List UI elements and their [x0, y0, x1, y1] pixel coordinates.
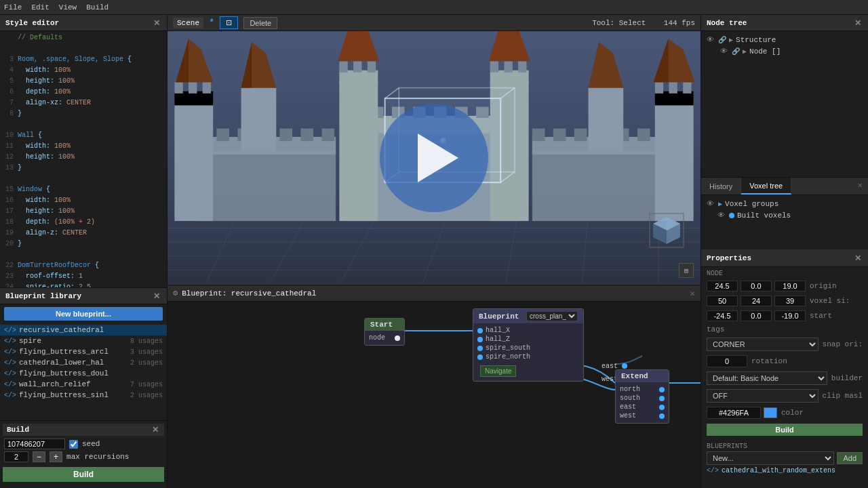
svg-rect-41: [655, 102, 694, 221]
origin-row: origin: [701, 279, 868, 293]
play-button[interactable]: [380, 104, 488, 212]
port-label-hallz: hall_Z: [486, 336, 510, 343]
start-port-label: node: [369, 334, 385, 342]
svg-rect-24: [174, 82, 182, 94]
max-recursions-input[interactable]: [4, 451, 28, 462]
port-dot-spirenorth[interactable]: [477, 354, 483, 360]
port-dot-hallz[interactable]: [477, 337, 483, 342]
start-z-input[interactable]: [774, 310, 806, 321]
start-label: start: [810, 312, 832, 320]
bp-item-flying-buttress[interactable]: </> flying_buttress_arcl 3 usages: [0, 346, 167, 357]
extend-out-west[interactable]: [659, 413, 665, 419]
blueprint-item-name: cathedral_with_random_extens: [722, 467, 835, 474]
blueprint-canvas[interactable]: Start node Blueprint cross_plan_: [167, 302, 701, 488]
bp-item-wall-arch[interactable]: </> wall_arch_relief 7 usages: [0, 379, 167, 390]
blueprint-select[interactable]: New...: [707, 451, 834, 465]
origin-label: origin: [810, 282, 837, 290]
new-blueprint-button[interactable]: New blueprint...: [4, 307, 163, 321]
menu-view[interactable]: View: [59, 3, 77, 12]
eye-icon-built[interactable]: 👁: [717, 211, 725, 220]
port-dot-spiresouth[interactable]: [477, 346, 483, 351]
blueprint-node: Blueprint cross_plan_ hall_X hall_Z: [473, 308, 584, 382]
history-tab[interactable]: History: [701, 178, 741, 195]
bp-name-cathedral: cathedral_lower_hal: [19, 359, 104, 367]
navigate-button[interactable]: Navigate: [480, 365, 516, 377]
add-blueprint-button[interactable]: Add: [837, 452, 863, 464]
built-voxels-label: Built voxels: [737, 211, 791, 220]
start-row: start: [701, 309, 868, 323]
port-dot-hallx[interactable]: [477, 328, 483, 333]
extend-out-east[interactable]: [659, 405, 665, 410]
expand-button[interactable]: ⊞: [679, 263, 694, 278]
delete-button[interactable]: Delete: [243, 17, 277, 29]
properties-close[interactable]: ✕: [853, 253, 863, 263]
blueprint-type-select[interactable]: cross_plan_: [526, 311, 578, 321]
rotation-input[interactable]: [707, 355, 747, 367]
increment-button[interactable]: +: [50, 451, 62, 462]
build-button[interactable]: Build: [3, 467, 164, 482]
voxel-tree-tab[interactable]: Voxel tree: [741, 178, 791, 195]
color-input[interactable]: [707, 407, 761, 419]
build-panel-close[interactable]: ✕: [151, 425, 160, 434]
svg-rect-19: [279, 129, 292, 142]
bp-item-flying-double[interactable]: </> flying_buttress_doul: [0, 368, 167, 379]
extend-out-north[interactable]: [659, 387, 665, 392]
built-voxels-item[interactable]: 👁 Built voxels: [701, 209, 868, 221]
blueprint-library-title: Blueprint library: [5, 292, 81, 300]
properties-header: Properties ✕: [701, 249, 868, 267]
eye-icon-structure[interactable]: 👁: [707, 35, 714, 44]
clip-mask-select[interactable]: OFF: [707, 389, 818, 403]
tab-close-button[interactable]: ✕: [852, 178, 868, 195]
menu-file[interactable]: File: [4, 3, 22, 12]
select-tool-button[interactable]: ⊡: [220, 16, 238, 29]
node-tree-close[interactable]: ✕: [853, 18, 863, 28]
start-y-input[interactable]: [741, 310, 772, 321]
blueprint-panel-close[interactable]: ✕: [690, 288, 695, 299]
start-node-port: node: [369, 333, 400, 342]
tree-item-node[interactable]: 👁 🔗 ▶ Node []: [701, 45, 868, 57]
properties-build-button[interactable]: Build: [707, 424, 863, 436]
bp-count-flying3: 2 usages: [130, 392, 163, 399]
right-panel: Node tree ✕ 👁 🔗 ▶ Structure 👁 🔗 ▶ Node […: [701, 15, 868, 488]
blueprints-section-label: Blueprints: [707, 441, 863, 451]
origin-z-input[interactable]: [774, 281, 806, 291]
eye-icon-node[interactable]: 👁: [720, 47, 728, 56]
blueprint-library-close[interactable]: ✕: [152, 291, 161, 301]
axis-gizmo: [646, 210, 687, 251]
extend-label-south: south: [620, 394, 640, 402]
scene-viewport[interactable]: ⊡ ⌂ ✥ ⛶: [167, 31, 701, 285]
bp-item-cathedral-lower[interactable]: </> cathedral_lower_hal 2 usages: [0, 357, 167, 368]
menu-edit[interactable]: Edit: [31, 3, 49, 12]
blueprint-settings-icon[interactable]: ⚙: [173, 288, 178, 298]
decrement-button[interactable]: −: [33, 451, 45, 462]
seed-input[interactable]: [4, 439, 65, 449]
bp-item-spire[interactable]: </> spire 8 usages: [0, 336, 167, 346]
menu-build[interactable]: Build: [86, 3, 108, 12]
style-editor-close[interactable]: ✕: [152, 18, 161, 28]
max-recursions-label: max recursions: [66, 453, 129, 461]
color-swatch[interactable]: [764, 407, 777, 418]
extend-out-south[interactable]: [659, 396, 665, 401]
tree-item-structure[interactable]: 👁 🔗 ▶ Structure: [701, 34, 868, 45]
voxel-groups-item[interactable]: 👁 ▶ Voxel groups: [701, 198, 868, 209]
origin-y-input[interactable]: [741, 281, 772, 291]
blueprint-code-icon: </>: [707, 467, 719, 474]
bp-count-cathedral: 2 usages: [130, 359, 163, 367]
bp-item-flying-sin[interactable]: </> flying_buttress_sinl 2 usages: [0, 390, 167, 401]
corner-select[interactable]: CORNER: [707, 338, 818, 351]
clip-mask-row: OFF clip masl: [701, 388, 868, 404]
voxel-x-input[interactable]: [707, 296, 738, 306]
builder-select[interactable]: Default: Basic Node: [707, 371, 827, 385]
bp-item-recursive-cathedral[interactable]: </> recursive_cathedral: [0, 325, 167, 336]
voxel-z-input[interactable]: [774, 296, 806, 306]
seed-checkbox[interactable]: [69, 440, 78, 449]
scene-tab[interactable]: Scene: [173, 18, 203, 28]
voxel-y-input[interactable]: [741, 296, 772, 306]
svg-rect-29: [241, 88, 277, 151]
origin-x-input[interactable]: [707, 281, 738, 291]
eye-icon-voxel[interactable]: 👁: [707, 199, 714, 208]
extend-port-east: east: [620, 403, 665, 411]
start-x-input[interactable]: [707, 310, 738, 321]
code-editor[interactable]: // Defaults 3Room, .space, Slope, Slope …: [0, 31, 167, 287]
start-output-port[interactable]: [395, 336, 400, 341]
